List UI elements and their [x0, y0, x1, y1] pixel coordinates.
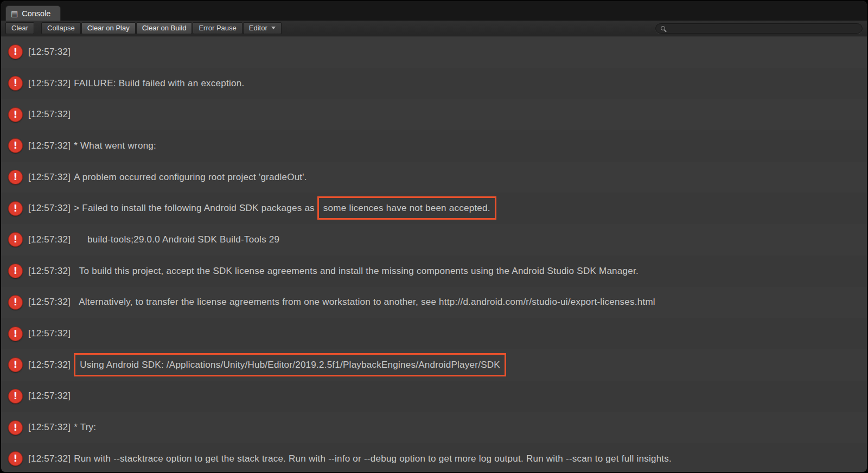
log-timestamp: [12:57:32]: [28, 140, 71, 151]
console-log: ![12:57:32]![12:57:32]FAILURE: Build fai…: [1, 36, 867, 473]
highlight-box: Using Android SDK: /Applications/Unity/H…: [74, 353, 506, 376]
toolbar-button-clear[interactable]: Clear: [5, 22, 34, 34]
highlight-box: some licences have not been accepted.: [317, 196, 496, 220]
search-icon: [661, 26, 665, 30]
log-entry[interactable]: ![12:57:32]Using Android SDK: /Applicati…: [1, 349, 867, 381]
log-text: [12:57:32]* What went wrong:: [28, 140, 156, 151]
log-text: [12:57:32] To build this project, accept…: [28, 266, 639, 277]
toolbar-button-label: Error Pause: [199, 24, 236, 32]
log-message-text: Run with --stacktrace option to get the …: [74, 453, 672, 464]
toolbar-button-label: Clear: [11, 24, 28, 32]
log-entry[interactable]: ![12:57:32] To build this project, accep…: [1, 255, 867, 287]
search-input[interactable]: [669, 24, 857, 33]
log-text: [12:57:32]A problem occurred configuring…: [28, 172, 307, 183]
log-timestamp: [12:57:32]: [28, 391, 71, 401]
log-entry[interactable]: ![12:57:32] build-tools;29.0.0 Android S…: [1, 224, 867, 255]
log-entry[interactable]: ![12:57:32]* What went wrong:: [1, 130, 867, 162]
log-timestamp: [12:57:32]: [28, 109, 71, 119]
log-entry[interactable]: ![12:57:32]: [1, 318, 867, 349]
log-timestamp: [12:57:32]: [28, 266, 71, 276]
toolbar-button-group: ClearCollapseClear on PlayClear on Build…: [5, 22, 282, 34]
chevron-down-icon: [271, 27, 276, 29]
log-text: [12:57:32] build-tools;29.0.0 Android SD…: [28, 234, 279, 245]
log-timestamp: [12:57:32]: [28, 328, 71, 338]
toolbar-button-label: Clear on Build: [142, 24, 187, 32]
toolbar-button-error-pause[interactable]: Error Pause: [193, 22, 242, 34]
console-toolbar: ClearCollapseClear on PlayClear on Build…: [1, 21, 867, 36]
log-entry[interactable]: ![12:57:32] Alternatively, to transfer t…: [1, 287, 867, 318]
toolbar-button-clear-on-build[interactable]: Clear on Build: [136, 22, 193, 34]
error-icon: !: [8, 170, 23, 184]
error-icon: !: [8, 264, 23, 278]
error-icon: !: [8, 327, 23, 341]
tab-console[interactable]: ▤ Console: [5, 5, 61, 21]
error-icon: !: [8, 295, 23, 310]
log-timestamp: [12:57:32]: [28, 422, 71, 432]
log-text: [12:57:32]Using Android SDK: /Applicatio…: [28, 360, 506, 370]
error-icon: !: [8, 107, 23, 122]
toolbar-button-label: Editor: [249, 24, 267, 32]
log-text: [12:57:32]> Failed to install the follow…: [28, 203, 496, 214]
log-text: [12:57:32]FAILURE: Build failed with an …: [28, 78, 244, 89]
log-entry[interactable]: ![12:57:32]: [1, 99, 867, 130]
log-entry[interactable]: ![12:57:32]FAILURE: Build failed with an…: [1, 68, 867, 99]
log-entry[interactable]: ![12:57:32]A problem occurred configurin…: [1, 162, 867, 193]
error-icon: !: [8, 389, 23, 404]
log-entry[interactable]: ![12:57:32]: [1, 36, 867, 68]
log-timestamp: [12:57:32]: [28, 297, 71, 307]
log-text: [12:57:32]* Try:: [28, 422, 96, 433]
log-timestamp: [12:57:32]: [28, 360, 71, 370]
log-message-text: > Failed to install the following Androi…: [74, 203, 317, 213]
log-entry[interactable]: ![12:57:32]Run with --stacktrace option …: [1, 443, 867, 473]
log-message-text: FAILURE: Build failed with an exception.: [74, 78, 244, 88]
error-icon: !: [8, 451, 23, 466]
log-entry[interactable]: ![12:57:32]* Try:: [1, 412, 867, 443]
error-icon: !: [8, 232, 23, 247]
error-icon: !: [8, 420, 23, 435]
log-message-text: A problem occurred configuring root proj…: [74, 172, 307, 182]
tab-label: Console: [22, 9, 50, 18]
log-text: [12:57:32]: [28, 328, 74, 339]
log-message-text: Alternatively, to transfer the license a…: [74, 297, 655, 307]
log-text: [12:57:32]: [28, 391, 74, 401]
error-icon: !: [8, 357, 23, 372]
log-timestamp: [12:57:32]: [28, 453, 71, 464]
error-icon: !: [8, 76, 23, 91]
log-timestamp: [12:57:32]: [28, 78, 71, 88]
toolbar-button-clear-on-play[interactable]: Clear on Play: [81, 22, 136, 34]
log-message-text: * What went wrong:: [74, 140, 156, 151]
log-timestamp: [12:57:32]: [28, 203, 71, 213]
toolbar-button-label: Clear on Play: [87, 24, 130, 32]
log-timestamp: [12:57:32]: [28, 172, 71, 182]
toolbar-button-editor[interactable]: Editor: [243, 22, 282, 34]
log-timestamp: [12:57:32]: [28, 234, 71, 245]
error-icon: !: [8, 138, 23, 153]
log-text: [12:57:32]Run with --stacktrace option t…: [28, 453, 672, 464]
log-entry[interactable]: ![12:57:32]: [1, 381, 867, 412]
log-text: [12:57:32]: [28, 47, 74, 57]
error-icon: !: [8, 44, 23, 59]
log-message-text: To build this project, accept the SDK li…: [74, 266, 639, 276]
console-icon: ▤: [11, 10, 18, 17]
log-text: [12:57:32] Alternatively, to transfer th…: [28, 297, 655, 308]
error-icon: !: [8, 201, 23, 216]
log-text: [12:57:32]: [28, 109, 74, 120]
tab-bar: ▤ Console: [1, 1, 867, 21]
log-entry[interactable]: ![12:57:32]> Failed to install the follo…: [1, 193, 867, 224]
toolbar-button-collapse[interactable]: Collapse: [41, 22, 81, 34]
log-message-text: build-tools;29.0.0 Android SDK Build-Too…: [74, 234, 279, 245]
console-window: ▤ Console ClearCollapseClear on PlayClea…: [0, 0, 868, 473]
log-timestamp: [12:57:32]: [28, 47, 71, 57]
search-box[interactable]: [655, 23, 863, 34]
toolbar-button-label: Collapse: [47, 24, 75, 32]
log-message-text: * Try:: [74, 422, 96, 432]
